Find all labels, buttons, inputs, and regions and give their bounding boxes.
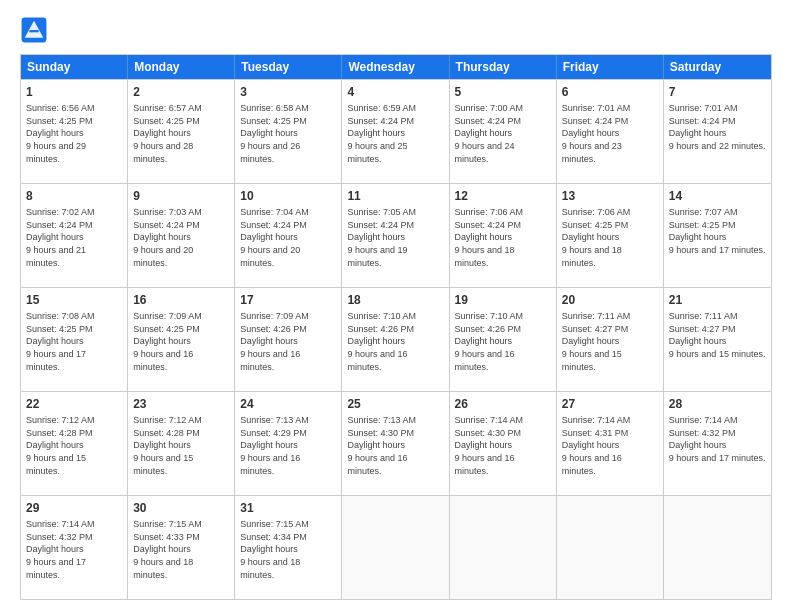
cell-info: Sunrise: 7:08 AMSunset: 4:25 PMDaylight … — [26, 310, 122, 373]
cal-cell: 10Sunrise: 7:04 AMSunset: 4:24 PMDayligh… — [235, 184, 342, 287]
cell-info: Sunrise: 7:01 AMSunset: 4:24 PMDaylight … — [562, 102, 658, 165]
calendar-week-4: 22Sunrise: 7:12 AMSunset: 4:28 PMDayligh… — [21, 391, 771, 495]
cal-cell: 21Sunrise: 7:11 AMSunset: 4:27 PMDayligh… — [664, 288, 771, 391]
day-number: 1 — [26, 84, 122, 100]
page: SundayMondayTuesdayWednesdayThursdayFrid… — [0, 0, 792, 612]
cal-cell: 15Sunrise: 7:08 AMSunset: 4:25 PMDayligh… — [21, 288, 128, 391]
cell-info: Sunrise: 7:12 AMSunset: 4:28 PMDaylight … — [26, 414, 122, 477]
cal-cell: 6Sunrise: 7:01 AMSunset: 4:24 PMDaylight… — [557, 80, 664, 183]
cal-cell — [557, 496, 664, 599]
cal-cell: 7Sunrise: 7:01 AMSunset: 4:24 PMDaylight… — [664, 80, 771, 183]
day-number: 6 — [562, 84, 658, 100]
cal-cell — [664, 496, 771, 599]
cell-info: Sunrise: 7:04 AMSunset: 4:24 PMDaylight … — [240, 206, 336, 269]
cal-cell: 12Sunrise: 7:06 AMSunset: 4:24 PMDayligh… — [450, 184, 557, 287]
cal-cell: 1Sunrise: 6:56 AMSunset: 4:25 PMDaylight… — [21, 80, 128, 183]
cal-cell: 14Sunrise: 7:07 AMSunset: 4:25 PMDayligh… — [664, 184, 771, 287]
day-number: 15 — [26, 292, 122, 308]
day-number: 29 — [26, 500, 122, 516]
cell-info: Sunrise: 7:13 AMSunset: 4:29 PMDaylight … — [240, 414, 336, 477]
cell-info: Sunrise: 7:02 AMSunset: 4:24 PMDaylight … — [26, 206, 122, 269]
day-number: 8 — [26, 188, 122, 204]
cal-cell: 2Sunrise: 6:57 AMSunset: 4:25 PMDaylight… — [128, 80, 235, 183]
header-cell-monday: Monday — [128, 55, 235, 79]
cal-cell: 3Sunrise: 6:58 AMSunset: 4:25 PMDaylight… — [235, 80, 342, 183]
day-number: 19 — [455, 292, 551, 308]
cell-info: Sunrise: 6:56 AMSunset: 4:25 PMDaylight … — [26, 102, 122, 165]
logo — [20, 16, 52, 44]
header — [20, 16, 772, 44]
day-number: 20 — [562, 292, 658, 308]
cal-cell: 19Sunrise: 7:10 AMSunset: 4:26 PMDayligh… — [450, 288, 557, 391]
calendar-week-3: 15Sunrise: 7:08 AMSunset: 4:25 PMDayligh… — [21, 287, 771, 391]
logo-icon — [20, 16, 48, 44]
cal-cell: 5Sunrise: 7:00 AMSunset: 4:24 PMDaylight… — [450, 80, 557, 183]
cal-cell: 26Sunrise: 7:14 AMSunset: 4:30 PMDayligh… — [450, 392, 557, 495]
day-number: 21 — [669, 292, 766, 308]
day-number: 7 — [669, 84, 766, 100]
cell-info: Sunrise: 7:11 AMSunset: 4:27 PMDaylight … — [669, 310, 766, 360]
day-number: 30 — [133, 500, 229, 516]
calendar-week-2: 8Sunrise: 7:02 AMSunset: 4:24 PMDaylight… — [21, 183, 771, 287]
cell-info: Sunrise: 7:10 AMSunset: 4:26 PMDaylight … — [347, 310, 443, 373]
cal-cell: 23Sunrise: 7:12 AMSunset: 4:28 PMDayligh… — [128, 392, 235, 495]
day-number: 26 — [455, 396, 551, 412]
day-number: 13 — [562, 188, 658, 204]
header-cell-sunday: Sunday — [21, 55, 128, 79]
cal-cell: 16Sunrise: 7:09 AMSunset: 4:25 PMDayligh… — [128, 288, 235, 391]
day-number: 2 — [133, 84, 229, 100]
cell-info: Sunrise: 7:15 AMSunset: 4:34 PMDaylight … — [240, 518, 336, 581]
cell-info: Sunrise: 6:58 AMSunset: 4:25 PMDaylight … — [240, 102, 336, 165]
cal-cell: 31Sunrise: 7:15 AMSunset: 4:34 PMDayligh… — [235, 496, 342, 599]
day-number: 16 — [133, 292, 229, 308]
cal-cell: 18Sunrise: 7:10 AMSunset: 4:26 PMDayligh… — [342, 288, 449, 391]
cell-info: Sunrise: 7:10 AMSunset: 4:26 PMDaylight … — [455, 310, 551, 373]
cell-info: Sunrise: 7:03 AMSunset: 4:24 PMDaylight … — [133, 206, 229, 269]
cal-cell: 4Sunrise: 6:59 AMSunset: 4:24 PMDaylight… — [342, 80, 449, 183]
calendar: SundayMondayTuesdayWednesdayThursdayFrid… — [20, 54, 772, 600]
header-cell-friday: Friday — [557, 55, 664, 79]
day-number: 17 — [240, 292, 336, 308]
day-number: 18 — [347, 292, 443, 308]
day-number: 24 — [240, 396, 336, 412]
day-number: 22 — [26, 396, 122, 412]
day-number: 10 — [240, 188, 336, 204]
day-number: 27 — [562, 396, 658, 412]
cell-info: Sunrise: 7:01 AMSunset: 4:24 PMDaylight … — [669, 102, 766, 152]
cell-info: Sunrise: 7:15 AMSunset: 4:33 PMDaylight … — [133, 518, 229, 581]
day-number: 31 — [240, 500, 336, 516]
cal-cell: 11Sunrise: 7:05 AMSunset: 4:24 PMDayligh… — [342, 184, 449, 287]
day-number: 9 — [133, 188, 229, 204]
cell-info: Sunrise: 7:09 AMSunset: 4:25 PMDaylight … — [133, 310, 229, 373]
cal-cell: 25Sunrise: 7:13 AMSunset: 4:30 PMDayligh… — [342, 392, 449, 495]
header-cell-tuesday: Tuesday — [235, 55, 342, 79]
cal-cell: 13Sunrise: 7:06 AMSunset: 4:25 PMDayligh… — [557, 184, 664, 287]
cell-info: Sunrise: 7:13 AMSunset: 4:30 PMDaylight … — [347, 414, 443, 477]
cal-cell: 22Sunrise: 7:12 AMSunset: 4:28 PMDayligh… — [21, 392, 128, 495]
header-cell-saturday: Saturday — [664, 55, 771, 79]
day-number: 23 — [133, 396, 229, 412]
day-number: 4 — [347, 84, 443, 100]
cal-cell: 29Sunrise: 7:14 AMSunset: 4:32 PMDayligh… — [21, 496, 128, 599]
cal-cell — [450, 496, 557, 599]
calendar-body: 1Sunrise: 6:56 AMSunset: 4:25 PMDaylight… — [21, 79, 771, 599]
cell-info: Sunrise: 7:11 AMSunset: 4:27 PMDaylight … — [562, 310, 658, 373]
day-number: 5 — [455, 84, 551, 100]
cal-cell: 27Sunrise: 7:14 AMSunset: 4:31 PMDayligh… — [557, 392, 664, 495]
cell-info: Sunrise: 7:12 AMSunset: 4:28 PMDaylight … — [133, 414, 229, 477]
calendar-week-5: 29Sunrise: 7:14 AMSunset: 4:32 PMDayligh… — [21, 495, 771, 599]
cell-info: Sunrise: 7:06 AMSunset: 4:24 PMDaylight … — [455, 206, 551, 269]
cell-info: Sunrise: 7:06 AMSunset: 4:25 PMDaylight … — [562, 206, 658, 269]
day-number: 28 — [669, 396, 766, 412]
header-cell-thursday: Thursday — [450, 55, 557, 79]
day-number: 14 — [669, 188, 766, 204]
cal-cell: 20Sunrise: 7:11 AMSunset: 4:27 PMDayligh… — [557, 288, 664, 391]
cal-cell: 9Sunrise: 7:03 AMSunset: 4:24 PMDaylight… — [128, 184, 235, 287]
day-number: 25 — [347, 396, 443, 412]
header-cell-wednesday: Wednesday — [342, 55, 449, 79]
cell-info: Sunrise: 7:14 AMSunset: 4:32 PMDaylight … — [26, 518, 122, 581]
cell-info: Sunrise: 7:00 AMSunset: 4:24 PMDaylight … — [455, 102, 551, 165]
cal-cell: 28Sunrise: 7:14 AMSunset: 4:32 PMDayligh… — [664, 392, 771, 495]
cell-info: Sunrise: 7:09 AMSunset: 4:26 PMDaylight … — [240, 310, 336, 373]
cell-info: Sunrise: 7:14 AMSunset: 4:31 PMDaylight … — [562, 414, 658, 477]
